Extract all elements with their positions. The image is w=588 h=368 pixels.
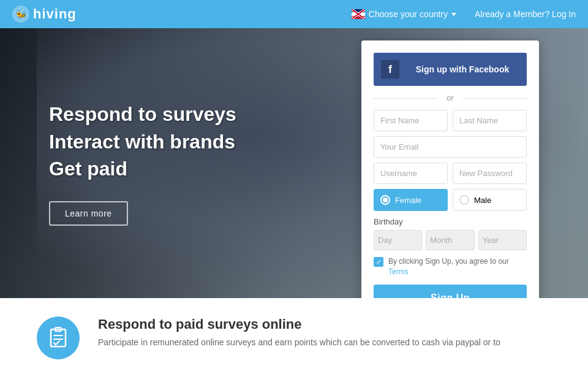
birthday-day-select[interactable]: Day: [374, 230, 422, 250]
terms-row: By clicking Sign Up, you agree to our Te…: [374, 256, 527, 277]
facebook-icon: f: [381, 60, 399, 79]
bottom-section: Respond to paid surveys online Participa…: [0, 298, 588, 368]
bottom-content: Respond to paid surveys online Participa…: [98, 316, 500, 349]
header-right: Choose your country Already a Member? Lo…: [352, 9, 576, 19]
svg-rect-0: [51, 329, 66, 347]
chevron-down-icon: [451, 13, 456, 16]
terms-link[interactable]: Terms: [388, 267, 409, 276]
email-row: [374, 136, 527, 158]
or-text: or: [447, 93, 454, 102]
country-label: Choose your country: [369, 9, 448, 19]
hero-section: Respond to surveys Interact with brands …: [0, 28, 588, 298]
last-name-input[interactable]: [453, 110, 527, 131]
first-name-input[interactable]: [374, 110, 448, 131]
signup-button[interactable]: Sign Up: [374, 285, 527, 298]
logo: 🐝 hiving: [12, 6, 77, 23]
male-radio-icon: [459, 195, 469, 205]
credentials-row: [374, 163, 527, 184]
bottom-description: Participate in remunerated online survey…: [98, 336, 500, 349]
birthday-year-select[interactable]: Year: [478, 230, 527, 250]
birthday-label: Birthday: [374, 217, 527, 226]
logo-icon: 🐝: [12, 6, 29, 23]
female-option[interactable]: Female: [374, 189, 448, 211]
terms-text: By clicking Sign Up, you agree to our Te…: [388, 256, 527, 277]
survey-icon: [37, 316, 80, 359]
terms-checkbox[interactable]: [374, 257, 383, 267]
uk-flag-icon: [352, 9, 365, 19]
bottom-title: Respond to paid surveys online: [98, 316, 500, 332]
learn-more-button[interactable]: Learn more: [49, 201, 128, 226]
gender-row: Female Male: [374, 189, 527, 211]
birthday-month-select[interactable]: Month: [426, 230, 474, 250]
email-input[interactable]: [374, 136, 527, 158]
male-label: Male: [474, 196, 491, 205]
password-input[interactable]: [453, 163, 527, 184]
facebook-signup-button[interactable]: f Sign up with Facebook: [374, 53, 527, 86]
country-selector[interactable]: Choose your country: [352, 9, 456, 19]
login-link[interactable]: Already a Member? Log In: [475, 9, 576, 19]
facebook-btn-label: Sign up with Facebook: [405, 64, 519, 74]
name-row: [374, 110, 527, 131]
header: 🐝 hiving Choose your country Already a M…: [0, 0, 588, 28]
birthday-row: Day Month Year: [374, 230, 527, 250]
or-divider: or: [374, 93, 527, 102]
female-label: Female: [395, 196, 421, 205]
logo-text: hiving: [33, 6, 77, 22]
female-radio-icon: [380, 195, 390, 205]
clipboard-icon: [47, 327, 69, 349]
male-option[interactable]: Male: [453, 189, 527, 211]
signup-card: f Sign up with Facebook or Female Male: [361, 40, 539, 298]
username-input[interactable]: [374, 163, 448, 184]
